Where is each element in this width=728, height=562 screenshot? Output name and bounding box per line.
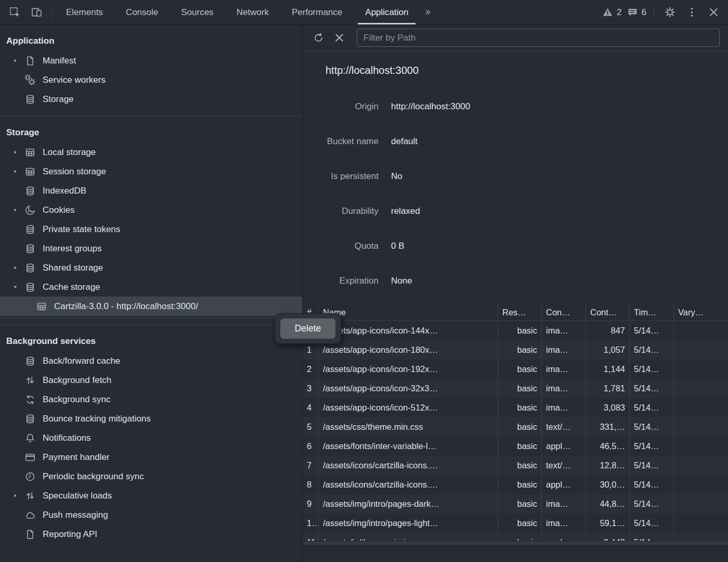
more-tabs-icon[interactable]: [420, 4, 436, 21]
tab-elements[interactable]: Elements: [55, 0, 114, 24]
field-value: No: [391, 171, 402, 182]
tab-performance[interactable]: Performance: [280, 0, 354, 24]
grid-preview-splitter[interactable]: [303, 541, 728, 545]
cell-time-cached: 5/14…: [630, 360, 674, 379]
cell-content-length: 331,…: [586, 417, 630, 437]
table-row[interactable]: 8 /assets/icons/cartzilla-icons.… basic …: [303, 475, 728, 494]
column-header-name[interactable]: Name: [319, 304, 498, 321]
cell-vary: [674, 494, 728, 514]
expander-collapsed-icon[interactable]: [12, 207, 24, 213]
column-header-time-cached[interactable]: Tim…: [630, 304, 674, 321]
sidebar-item-shared-storage[interactable]: Shared storage: [0, 258, 302, 277]
column-header-content-type[interactable]: Con…: [542, 304, 586, 321]
cell-name: /assets/js/theme.min.js: [319, 533, 498, 541]
expander-collapsed-icon[interactable]: [12, 493, 24, 499]
delete-menu-item[interactable]: Delete: [280, 318, 335, 339]
sidebar-item-private-state-tokens[interactable]: Private state tokens: [0, 220, 302, 239]
settings-gear-icon[interactable]: [661, 4, 678, 21]
cell-vary: [674, 360, 728, 379]
close-devtools-icon[interactable]: [705, 4, 722, 21]
table-row[interactable]: 2 /assets/app-icons/icon-192x… basic ima…: [303, 360, 728, 379]
warnings-badge[interactable]: 2: [602, 7, 621, 18]
sidebar-item-label: Manifest: [43, 56, 76, 66]
table-row[interactable]: 7 /assets/icons/cartzilla-icons.… basic …: [303, 456, 728, 475]
cell-vary: [674, 417, 728, 437]
sidebar-item-local-storage[interactable]: Local storage: [0, 143, 302, 162]
expander-collapsed-icon[interactable]: [12, 58, 24, 63]
table-row[interactable]: 1… /assets/img/intro/pages-light… basic …: [303, 514, 728, 533]
table-row[interactable]: 5 /assets/css/theme.min.css basic text/……: [303, 417, 728, 437]
kebab-menu-icon[interactable]: [683, 4, 700, 21]
expander-collapsed-icon[interactable]: [12, 149, 24, 155]
cell-name: /assets/img/intro/pages-dark…: [319, 494, 498, 514]
table-row-clipped[interactable]: 11 /assets/js/theme.min.js basic appl… 2…: [303, 533, 728, 541]
sidebar-item-session-storage[interactable]: Session storage: [0, 162, 302, 181]
database-icon: [24, 262, 36, 274]
tab-network[interactable]: Network: [225, 0, 280, 24]
sidebar-item-push-messaging[interactable]: Push messaging: [0, 505, 302, 525]
sidebar-item-background-sync[interactable]: Background sync: [0, 390, 302, 409]
sidebar-item-notifications[interactable]: Notifications: [0, 428, 302, 448]
panel-tabs: Elements Console Sources Network Perform…: [55, 0, 420, 24]
device-toolbar-icon[interactable]: [28, 4, 45, 21]
cell-vary: [674, 398, 728, 417]
cell-time-cached: 5/14…: [630, 456, 674, 475]
table-row[interactable]: 1 /assets/app-icons/icon-180x… basic ima…: [303, 340, 728, 360]
sidebar-item-periodic-background-sync[interactable]: Periodic background sync: [0, 467, 302, 486]
tab-console[interactable]: Console: [114, 0, 170, 24]
sidebar-item-cartzilla-cache[interactable]: Cartzilla-3.0.0 - http://localhost:3000/: [0, 297, 302, 316]
cell-name: /assets/app-icons/icon-32x3…: [319, 379, 498, 398]
table-row[interactable]: 4 /assets/app-icons/icon-512x… basic ima…: [303, 398, 728, 417]
cell-content-length: 12,8…: [586, 456, 630, 475]
cell-content-length: 3,083: [586, 398, 630, 417]
cell-vary: [674, 340, 728, 360]
section-header-background-services: Background services: [0, 325, 302, 351]
sidebar-item-storage[interactable]: Storage: [0, 90, 302, 109]
table-row[interactable]: 9 /assets/img/intro/pages-dark… basic im…: [303, 494, 728, 514]
cell-time-cached: 5/14…: [630, 533, 674, 541]
expander-expanded-icon[interactable]: [12, 284, 24, 290]
sidebar-item-payment-handler[interactable]: Payment handler: [0, 448, 302, 467]
expander-collapsed-icon[interactable]: [12, 169, 24, 174]
cell-name: /assets/fonts/inter-variable-l…: [319, 437, 498, 456]
sidebar-item-interest-groups[interactable]: Interest groups: [0, 239, 302, 258]
metadata-row-durability: Durability relaxed: [306, 194, 728, 228]
clear-icon[interactable]: [331, 30, 347, 46]
tab-sources[interactable]: Sources: [170, 0, 225, 24]
cell-content-type: ima…: [542, 398, 586, 417]
section-header-storage: Storage: [0, 117, 302, 143]
sidebar-item-speculative-loads[interactable]: Speculative loads: [0, 486, 302, 505]
table-row[interactable]: 0 /assets/app-icons/icon-144x… basic ima…: [303, 321, 728, 340]
table-row[interactable]: 6 /assets/fonts/inter-variable-l… basic …: [303, 437, 728, 456]
sidebar-item-background-fetch[interactable]: Background fetch: [0, 371, 302, 390]
refresh-icon[interactable]: [310, 30, 327, 46]
sidebar-item-back-forward-cache[interactable]: Back/forward cache: [0, 351, 302, 371]
sidebar-item-indexeddb[interactable]: IndexedDB: [0, 181, 302, 200]
cell-response-type: basic: [498, 514, 542, 533]
tab-application[interactable]: Application: [354, 0, 420, 24]
cell-content-type: text/…: [542, 417, 586, 437]
expander-collapsed-icon[interactable]: [12, 265, 24, 271]
sidebar-item-cookies[interactable]: Cookies: [0, 200, 302, 220]
sidebar-item-service-workers[interactable]: Service workers: [0, 70, 302, 90]
filter-by-path-input[interactable]: [357, 29, 720, 47]
sidebar-item-label: Cartzilla-3.0.0 - http://localhost:3000/: [54, 301, 198, 312]
sidebar-item-label: Cookies: [43, 205, 74, 215]
column-header-response-type[interactable]: Res…: [498, 304, 542, 321]
table-row[interactable]: 3 /assets/app-icons/icon-32x3… basic ima…: [303, 379, 728, 398]
field-value: default: [391, 136, 418, 147]
sidebar-item-bounce-tracking-mitigations[interactable]: Bounce tracking mitigations: [0, 409, 302, 428]
column-header-content-length[interactable]: Cont…: [586, 304, 630, 321]
database-icon: [24, 94, 36, 105]
issues-badge[interactable]: 6: [627, 7, 646, 18]
column-header-vary[interactable]: Vary…: [674, 304, 728, 321]
inspect-element-icon[interactable]: [6, 4, 23, 21]
context-menu: Delete: [275, 313, 341, 344]
sidebar-item-cache-storage[interactable]: Cache storage: [0, 277, 302, 297]
field-label: Expiration: [306, 276, 379, 286]
cell-vary: [674, 475, 728, 494]
sidebar-item-manifest[interactable]: Manifest: [0, 51, 302, 70]
sidebar-item-reporting-api[interactable]: Reporting API: [0, 525, 302, 544]
toolbar-separator: [52, 6, 53, 19]
sidebar-item-label: Local storage: [43, 147, 96, 158]
